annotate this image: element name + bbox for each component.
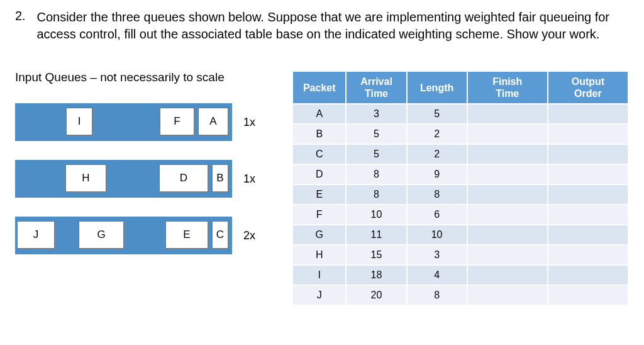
question-number: 2. — [15, 9, 34, 23]
th-arrival-label-1: Arrival — [360, 76, 392, 87]
th-finish-label-1: Finish — [492, 76, 522, 87]
th-order-label-1: Output — [572, 76, 604, 87]
cell-order — [548, 164, 628, 184]
table-row: A35 — [292, 104, 628, 124]
cell-length: 3 — [407, 245, 467, 265]
cell-length: 4 — [407, 265, 467, 285]
cell-finish — [467, 225, 548, 245]
cell-finish — [467, 124, 548, 144]
content-row: Input Queues – not necessarily to scale … — [15, 71, 629, 306]
cell-finish — [467, 205, 548, 225]
cell-packet: E — [292, 184, 346, 205]
table-row: F106 — [292, 205, 628, 225]
cell-packet: F — [292, 205, 346, 225]
packet-box-f: F — [160, 108, 194, 135]
cell-packet: C — [292, 144, 346, 164]
queue-3-weight: 2x — [243, 229, 255, 242]
queue-2-weight: 1x — [243, 172, 255, 186]
cell-finish — [467, 144, 548, 164]
cell-arrival: 20 — [346, 285, 406, 305]
packet-box-e: E — [165, 221, 208, 249]
cell-length: 5 — [407, 104, 467, 124]
cell-packet: B — [292, 124, 346, 144]
cell-arrival: 15 — [346, 245, 406, 265]
cell-packet: A — [292, 104, 346, 124]
cell-order — [548, 124, 628, 144]
cell-packet: D — [292, 164, 346, 184]
packet-box-g: G — [79, 221, 124, 249]
table-row: H153 — [292, 245, 628, 265]
cell-length: 10 — [407, 225, 467, 245]
cell-arrival: 11 — [346, 225, 406, 245]
cell-length: 6 — [407, 205, 467, 225]
cell-order — [548, 225, 628, 245]
th-arrival: Arrival Time — [346, 71, 406, 104]
th-arrival-label-2: Time — [352, 88, 401, 99]
queue-2: H D B — [15, 160, 232, 198]
th-length-label: Length — [420, 82, 453, 93]
cell-arrival: 10 — [346, 205, 406, 225]
th-finish: Finish Time — [467, 71, 548, 104]
cell-order — [548, 265, 628, 285]
th-packet: Packet — [292, 71, 346, 104]
wfq-table: Packet Arrival Time Length Finish Time — [292, 71, 629, 306]
cell-length: 2 — [407, 144, 467, 164]
cell-length: 8 — [407, 184, 467, 205]
table-row: G1110 — [292, 225, 628, 245]
queue-3: J G E C — [15, 217, 232, 254]
wfq-tbody: A35B52C52D89E88F106G1110H153I184J208 — [292, 104, 628, 305]
packet-box-h: H — [65, 164, 106, 192]
queue-row-3: J G E C 2x — [15, 217, 292, 254]
table-row: D89 — [292, 164, 628, 184]
cell-length: 2 — [407, 124, 467, 144]
queue-row-1: I F A 1x — [15, 103, 292, 141]
table-row: E88 — [292, 184, 628, 205]
cell-order — [548, 205, 628, 225]
cell-finish — [467, 285, 548, 305]
cell-order — [548, 184, 628, 205]
cell-arrival: 18 — [346, 265, 406, 285]
cell-arrival: 5 — [346, 124, 406, 144]
packet-box-d: D — [159, 164, 208, 192]
queues-caption: Input Queues – not necessarily to scale — [15, 71, 292, 84]
cell-finish — [467, 265, 548, 285]
packet-box-c: C — [212, 221, 228, 249]
cell-arrival: 8 — [346, 184, 406, 205]
cell-order — [548, 285, 628, 305]
cell-order — [548, 144, 628, 164]
table-panel: Packet Arrival Time Length Finish Time — [292, 71, 629, 306]
cell-order — [548, 245, 628, 265]
queue-1: I F A — [15, 103, 232, 141]
packet-box-b: B — [212, 164, 228, 192]
packet-box-a: A — [198, 108, 228, 135]
cell-finish — [467, 245, 548, 265]
table-row: B52 — [292, 124, 628, 144]
question-text: Consider the three queues shown below. S… — [36, 9, 615, 43]
th-order: Output Order — [548, 71, 628, 104]
cell-order — [548, 104, 628, 124]
th-order-label-2: Order — [553, 88, 623, 99]
cell-finish — [467, 184, 548, 205]
packet-box-j: J — [17, 221, 55, 249]
cell-packet: H — [292, 245, 346, 265]
th-length: Length — [407, 71, 467, 104]
th-finish-label-2: Time — [473, 88, 542, 99]
cell-packet: G — [292, 225, 346, 245]
cell-arrival: 5 — [346, 144, 406, 164]
cell-packet: I — [292, 265, 346, 285]
cell-finish — [467, 104, 548, 124]
cell-length: 8 — [407, 285, 467, 305]
cell-arrival: 3 — [346, 104, 406, 124]
queue-row-2: H D B 1x — [15, 160, 292, 198]
table-row: J208 — [292, 285, 628, 305]
th-packet-label: Packet — [303, 82, 336, 93]
cell-packet: J — [292, 285, 346, 305]
page: 2. Consider the three queues shown below… — [0, 0, 644, 306]
queues-panel: Input Queues – not necessarily to scale … — [15, 71, 292, 254]
cell-finish — [467, 164, 548, 184]
table-row: I184 — [292, 265, 628, 285]
cell-arrival: 8 — [346, 164, 406, 184]
question-block: 2. Consider the three queues shown below… — [15, 9, 629, 43]
cell-length: 9 — [407, 164, 467, 184]
table-row: C52 — [292, 144, 628, 164]
